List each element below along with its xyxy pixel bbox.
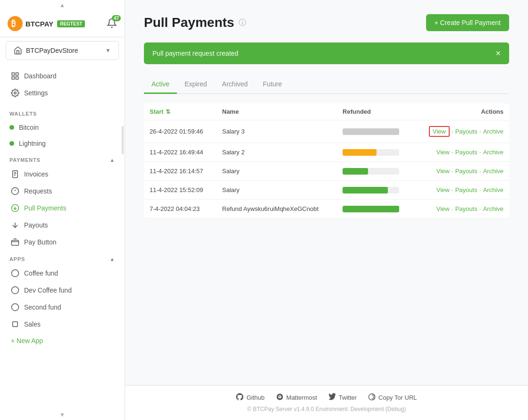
alert-message: Pull payment request created <box>152 50 238 57</box>
action-archive-0[interactable]: Archive <box>483 128 503 135</box>
nav-pull-payments[interactable]: Pull Payments <box>0 200 125 217</box>
footer: Github Mattermost Twitte <box>125 385 528 420</box>
nav-pay-button[interactable]: Pay Button <box>0 234 125 251</box>
footer-links: Github Mattermost Twitte <box>236 393 417 402</box>
apps-collapse-icon[interactable]: ▲ <box>109 256 115 262</box>
notification-count: 47 <box>112 15 121 21</box>
bitcoin-label: Bitcoin <box>19 124 39 131</box>
second-fund-label: Second fund <box>24 303 61 311</box>
nav-dashboard[interactable]: Dashboard <box>0 67 125 84</box>
nav-new-app[interactable]: + New App <box>0 333 125 349</box>
action-sep: - <box>479 149 481 156</box>
footer-copy-tor-url[interactable]: Copy Tor URL <box>368 393 417 402</box>
row-refunded-1 <box>337 143 413 162</box>
col-actions: Actions <box>413 103 509 120</box>
svg-rect-5 <box>12 77 14 79</box>
action-links-3: View-Payouts-Archive <box>419 186 503 193</box>
action-links-2: View-Payouts-Archive <box>419 168 503 175</box>
svg-point-21 <box>12 304 19 311</box>
alert-close-button[interactable]: × <box>495 49 501 58</box>
sidebar-scroll-up[interactable]: ▲ <box>0 0 125 10</box>
svg-rect-4 <box>16 77 18 79</box>
row-actions-0: View-Payouts-Archive <box>413 120 509 143</box>
copy-tor-url-label: Copy Tor URL <box>378 394 417 401</box>
wallet-bitcoin[interactable]: Bitcoin <box>0 119 125 135</box>
svg-point-20 <box>12 287 19 294</box>
row-start-1: 11-4-2022 16:49:44 <box>144 143 217 162</box>
progress-bar-container-1 <box>343 149 399 156</box>
store-selector[interactable]: BTCPayDevStore ▼ <box>6 41 119 60</box>
action-view-0[interactable]: View <box>429 126 450 137</box>
table-row: 11-4-2022 16:14:57SalaryView-Payouts-Arc… <box>144 162 509 181</box>
payments-collapse-icon[interactable]: ▲ <box>109 157 115 163</box>
mattermost-icon <box>276 393 284 402</box>
action-archive-1[interactable]: Archive <box>483 149 503 156</box>
footer-twitter[interactable]: Twitter <box>328 393 357 402</box>
apps-section-header: APPS ▲ <box>0 251 125 265</box>
progress-bar-container-0 <box>343 128 399 135</box>
nav-dev-coffee-fund[interactable]: Dev Coffee fund <box>0 282 125 299</box>
action-payouts-1[interactable]: Payouts <box>455 149 478 156</box>
action-view-3[interactable]: View <box>436 186 450 193</box>
row-actions-3: View-Payouts-Archive <box>413 181 509 200</box>
action-sep: - <box>452 187 453 193</box>
footer-github[interactable]: Github <box>236 393 264 402</box>
action-archive-3[interactable]: Archive <box>483 186 503 193</box>
pay-button-icon <box>11 238 19 246</box>
nav-requests[interactable]: Requests <box>0 183 125 200</box>
action-archive-4[interactable]: Archive <box>483 205 503 212</box>
row-name-2: Salary <box>217 162 337 181</box>
action-view-1[interactable]: View <box>436 149 450 156</box>
nav-invoices[interactable]: Invoices <box>0 166 125 183</box>
action-view-2[interactable]: View <box>436 168 450 175</box>
action-view-4[interactable]: View <box>436 205 450 212</box>
action-payouts-2[interactable]: Payouts <box>455 168 478 175</box>
sidebar-header: ₿ BTCPAY Regtest 47 <box>0 10 125 37</box>
progress-bar-fill-0 <box>343 128 399 135</box>
row-refunded-2 <box>337 162 413 181</box>
wallet-lightning[interactable]: Lightning <box>0 135 125 151</box>
action-payouts-0[interactable]: Payouts <box>455 128 478 135</box>
nav-second-fund[interactable]: Second fund <box>0 299 125 316</box>
progress-bar-fill-2 <box>343 168 368 175</box>
start-sort-button[interactable]: Start ⇅ <box>150 108 211 115</box>
sidebar-scroll-area: BTCPayDevStore ▼ Dashboard Settings <box>0 37 125 410</box>
col-name: Name <box>217 103 337 120</box>
progress-bar-container-3 <box>343 187 399 193</box>
action-links-4: View-Payouts-Archive <box>419 205 503 212</box>
main-panel: Pull Payments ⓘ + Create Pull Payment Pu… <box>125 0 528 420</box>
tab-expired[interactable]: Expired <box>177 76 214 94</box>
row-actions-1: View-Payouts-Archive <box>413 143 509 162</box>
create-pull-payment-button[interactable]: + Create Pull Payment <box>426 14 509 31</box>
action-payouts-4[interactable]: Payouts <box>455 205 478 212</box>
sidebar-scroll-down[interactable]: ▼ <box>0 410 125 420</box>
nav-coffee-fund[interactable]: Coffee fund <box>0 265 125 282</box>
action-links-0: View-Payouts-Archive <box>419 126 503 137</box>
notification-bell[interactable]: 47 <box>107 18 117 30</box>
pay-button-label: Pay Button <box>24 238 57 246</box>
nav-settings[interactable]: Settings <box>0 84 125 101</box>
row-actions-2: View-Payouts-Archive <box>413 162 509 181</box>
help-icon[interactable]: ⓘ <box>239 18 246 28</box>
action-archive-2[interactable]: Archive <box>483 168 503 175</box>
nav-sales[interactable]: Sales <box>0 316 125 333</box>
row-start-2: 11-4-2022 16:14:57 <box>144 162 217 181</box>
action-payouts-3[interactable]: Payouts <box>455 186 478 193</box>
nav-payouts[interactable]: Payouts <box>0 217 125 234</box>
action-sep: - <box>479 187 481 193</box>
action-links-1: View-Payouts-Archive <box>419 149 503 156</box>
tab-archived[interactable]: Archived <box>215 76 255 94</box>
twitter-label: Twitter <box>339 394 357 401</box>
page-title: Pull Payments <box>144 15 234 30</box>
progress-bar-container-2 <box>343 168 399 175</box>
action-sep: - <box>452 128 453 135</box>
sidebar-scrollbar <box>122 126 124 154</box>
row-refunded-4 <box>337 200 413 218</box>
store-chevron-icon: ▼ <box>105 47 111 54</box>
svg-point-6 <box>14 92 17 94</box>
tab-active[interactable]: Active <box>144 76 177 94</box>
tor-icon <box>368 393 376 402</box>
footer-mattermost[interactable]: Mattermost <box>276 393 317 402</box>
lightning-status-dot <box>9 141 14 146</box>
tab-future[interactable]: Future <box>255 76 289 94</box>
